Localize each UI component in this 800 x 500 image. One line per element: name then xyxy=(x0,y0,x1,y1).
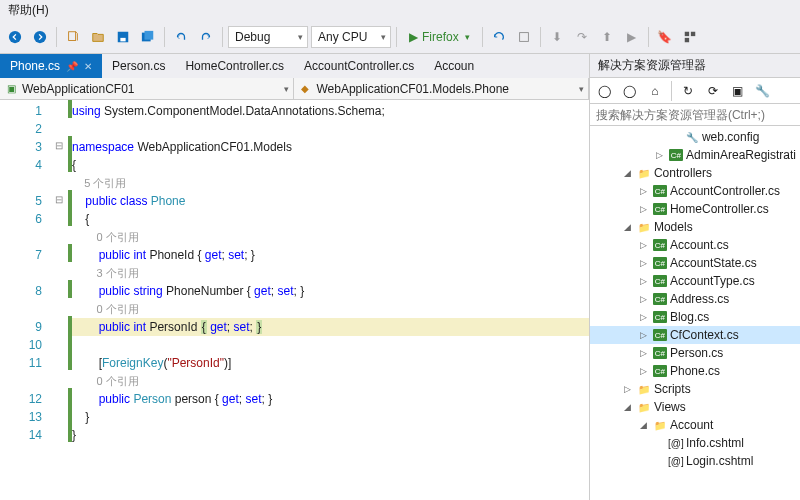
svg-rect-4 xyxy=(120,37,125,41)
folder-icon: 📁 xyxy=(653,418,667,432)
tab-accountcontroller[interactable]: AccountController.cs xyxy=(294,54,424,78)
cs-icon: C# xyxy=(653,239,667,251)
run-button[interactable]: ▶Firefox▾ xyxy=(402,26,477,48)
code-editor[interactable]: 1234567891011121314 ⊟⊟ using System.Comp… xyxy=(0,100,589,500)
save-button[interactable] xyxy=(112,26,134,48)
step-into-button: ⬇ xyxy=(546,26,568,48)
svg-rect-6 xyxy=(145,30,154,39)
platform-dropdown[interactable]: Any CPU xyxy=(311,26,391,48)
file-accountstate[interactable]: ▷C#AccountState.cs xyxy=(590,254,800,272)
svg-point-1 xyxy=(34,30,46,42)
file-cfcontext[interactable]: ▷C#CfContext.cs xyxy=(590,326,800,344)
folder-views[interactable]: ◢📁Views xyxy=(590,398,800,416)
file-login[interactable]: [@]Login.cshtml xyxy=(590,452,800,470)
folder-models[interactable]: ◢📁Models xyxy=(590,218,800,236)
continue-button: ▶ xyxy=(621,26,643,48)
cs-icon: C# xyxy=(669,149,683,161)
solution-explorer-title: 解决方案资源管理器 xyxy=(590,54,800,78)
save-all-button[interactable] xyxy=(137,26,159,48)
config-icon: 🔧 xyxy=(685,130,699,144)
file-homecontroller[interactable]: ▷C#HomeController.cs xyxy=(590,200,800,218)
file-webconfig[interactable]: 🔧web.config xyxy=(590,128,800,146)
file-accounttype[interactable]: ▷C#AccountType.cs xyxy=(590,272,800,290)
nav-back-button[interactable] xyxy=(4,26,26,48)
tab-homecontroller[interactable]: HomeController.cs xyxy=(175,54,294,78)
class-icon: ◆ xyxy=(298,82,312,96)
cs-icon: C# xyxy=(653,185,667,197)
solution-tree[interactable]: 🔧web.config ▷C#AdminAreaRegistrati ◢📁Con… xyxy=(590,126,800,500)
cs-icon: C# xyxy=(653,257,667,269)
solution-search-input[interactable] xyxy=(590,104,800,125)
cs-icon: C# xyxy=(653,365,667,377)
browser-refresh-button[interactable] xyxy=(488,26,510,48)
cs-icon: C# xyxy=(653,347,667,359)
folder-icon: 📁 xyxy=(637,166,651,180)
cshtml-icon: [@] xyxy=(669,436,683,450)
undo-button[interactable] xyxy=(170,26,192,48)
close-icon[interactable]: ✕ xyxy=(84,61,92,72)
file-person[interactable]: ▷C#Person.cs xyxy=(590,344,800,362)
cs-icon: C# xyxy=(653,311,667,323)
browser-link-button[interactable] xyxy=(513,26,535,48)
folder-icon: 📁 xyxy=(637,382,651,396)
svg-point-0 xyxy=(9,30,21,42)
code-nav-bar: ▣WebApplicationCF01 ◆WebApplicationCF01.… xyxy=(0,78,589,100)
open-file-button[interactable] xyxy=(87,26,109,48)
svg-rect-10 xyxy=(684,37,688,41)
folder-icon: 📁 xyxy=(637,220,651,234)
folder-scripts[interactable]: ▷📁Scripts xyxy=(590,380,800,398)
sol-showall-button[interactable]: ▣ xyxy=(727,80,749,102)
nav-scope-dropdown[interactable]: ◆WebApplicationCF01.Models.Phone xyxy=(294,78,588,99)
editor-tabs: Phone.cs📌✕ Person.cs HomeController.cs A… xyxy=(0,54,589,78)
nav-forward-button[interactable] xyxy=(29,26,51,48)
csharp-project-icon: ▣ xyxy=(4,82,18,96)
solution-explorer: 解决方案资源管理器 ◯ ◯ ⌂ ↻ ⟳ ▣ 🔧 🔧web.config ▷C#A… xyxy=(590,54,800,500)
file-info[interactable]: [@]Info.cshtml xyxy=(590,434,800,452)
folder-controllers[interactable]: ◢📁Controllers xyxy=(590,164,800,182)
step-out-button: ⬆ xyxy=(596,26,618,48)
folder-icon: 📁 xyxy=(637,400,651,414)
svg-rect-8 xyxy=(684,31,688,35)
tab-person[interactable]: Person.cs xyxy=(102,54,175,78)
nav-project-dropdown[interactable]: ▣WebApplicationCF01 xyxy=(0,78,294,99)
cs-icon: C# xyxy=(653,293,667,305)
redo-button[interactable] xyxy=(195,26,217,48)
sol-home-button[interactable]: ⌂ xyxy=(644,80,666,102)
sol-sync-button[interactable]: ↻ xyxy=(677,80,699,102)
sol-forward-button[interactable]: ◯ xyxy=(619,80,641,102)
line-numbers: 1234567891011121314 xyxy=(0,100,50,500)
menu-bar: 帮助(H) xyxy=(0,0,800,20)
cshtml-icon: [@] xyxy=(669,454,683,468)
fold-icon[interactable]: ⊟ xyxy=(50,136,68,154)
file-account[interactable]: ▷C#Account.cs xyxy=(590,236,800,254)
file-address[interactable]: ▷C#Address.cs xyxy=(590,290,800,308)
cs-icon: C# xyxy=(653,329,667,341)
editor-area: Phone.cs📌✕ Person.cs HomeController.cs A… xyxy=(0,54,590,500)
main-toolbar: Debug Any CPU ▶Firefox▾ ⬇ ↷ ⬆ ▶ 🔖 xyxy=(0,20,800,54)
file-accountcontroller[interactable]: ▷C#AccountController.cs xyxy=(590,182,800,200)
pin-icon[interactable]: 📌 xyxy=(66,61,78,72)
sol-refresh-button[interactable]: ⟳ xyxy=(702,80,724,102)
fold-icon[interactable]: ⊟ xyxy=(50,190,68,208)
fold-gutter: ⊟⊟ xyxy=(50,100,68,500)
file-phone[interactable]: ▷C#Phone.cs xyxy=(590,362,800,380)
sol-properties-button[interactable]: 🔧 xyxy=(752,80,774,102)
solution-search[interactable] xyxy=(590,104,800,126)
code-content[interactable]: using System.ComponentModel.DataAnnotati… xyxy=(72,100,589,500)
folder-account[interactable]: ◢📁Account xyxy=(590,416,800,434)
file-blog[interactable]: ▷C#Blog.cs xyxy=(590,308,800,326)
solution-toolbar: ◯ ◯ ⌂ ↻ ⟳ ▣ 🔧 xyxy=(590,78,800,104)
extensions-button[interactable] xyxy=(679,26,701,48)
menu-help[interactable]: 帮助(H) xyxy=(8,2,49,19)
config-dropdown[interactable]: Debug xyxy=(228,26,308,48)
step-over-button: ↷ xyxy=(571,26,593,48)
cs-icon: C# xyxy=(653,203,667,215)
file-adminarea[interactable]: ▷C#AdminAreaRegistrati xyxy=(590,146,800,164)
tab-phone[interactable]: Phone.cs📌✕ xyxy=(0,54,102,78)
tab-account[interactable]: Accoun xyxy=(424,54,484,78)
svg-rect-2 xyxy=(69,31,76,40)
new-file-button[interactable] xyxy=(62,26,84,48)
bookmark-button[interactable]: 🔖 xyxy=(654,26,676,48)
cs-icon: C# xyxy=(653,275,667,287)
sol-back-button[interactable]: ◯ xyxy=(594,80,616,102)
